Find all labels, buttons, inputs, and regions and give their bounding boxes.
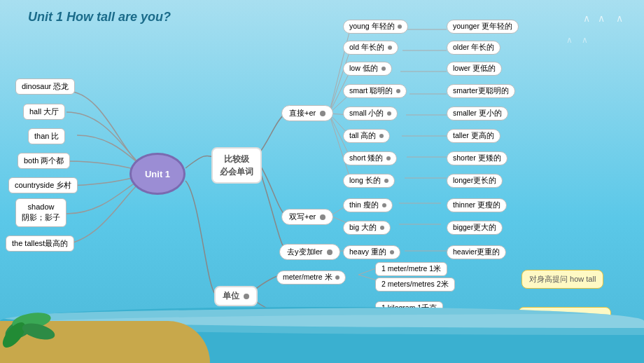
comp-smaller: smaller 更小的 xyxy=(447,107,508,121)
comp-lower: lower 更低的 xyxy=(447,62,502,76)
word-young: young 年轻的 xyxy=(343,20,408,34)
plant-decoration xyxy=(0,272,63,349)
meter-item2: 2 meters/metres 2米 xyxy=(375,278,455,292)
seagulls-decoration: ∧ ∧ ∧ xyxy=(583,13,623,24)
comp-younger: younger 更年轻的 xyxy=(447,20,519,34)
word-old: old 年长的 xyxy=(343,41,398,55)
comp-older: older 年长的 xyxy=(447,41,500,55)
sub2-node: 双写+er xyxy=(281,209,333,225)
left-node-dinosaur: dinosaur 恐龙 xyxy=(15,78,75,95)
comp-taller: taller 更高的 xyxy=(447,129,500,143)
left-node-shadow: shadow阴影；影子 xyxy=(15,198,66,227)
comp-shorter: shorter 更矮的 xyxy=(447,151,507,165)
word-heavy: heavy 重的 xyxy=(343,245,400,259)
word-tall: tall 高的 xyxy=(343,129,390,143)
left-node-tallest: the tallest最高的 xyxy=(6,235,74,252)
center-node: Unit 1 xyxy=(130,153,186,195)
comp-bigger: bigger更大的 xyxy=(447,221,503,235)
word-big: big 大的 xyxy=(343,221,391,235)
word-thin: thin 瘦的 xyxy=(343,198,393,212)
left-node-both: both 两个都 xyxy=(18,153,70,169)
comp-heavier: heavier更重的 xyxy=(447,245,506,259)
left-node-countryside: countryside 乡村 xyxy=(8,177,78,193)
word-low: low 低的 xyxy=(343,62,392,76)
comp-smarter: smarter更聪明的 xyxy=(447,84,515,98)
branch1-node: 比较级必会单词 xyxy=(211,147,262,184)
word-small: small 小的 xyxy=(343,107,398,121)
sub1-node: 直接+er xyxy=(281,105,333,121)
meter-item1: 1 meter/metre 1米 xyxy=(375,262,447,276)
comp-longer: longer更长的 xyxy=(447,174,503,188)
branch2-node: 单位 xyxy=(214,286,258,306)
page-title: Unit 1 How tall are you? xyxy=(28,10,171,25)
word-smart: smart 聪明的 xyxy=(343,84,407,98)
sub3-node: 去y变加ler xyxy=(279,244,340,260)
birds-decoration: ∧ ∧ xyxy=(566,35,588,45)
word-short: short 矮的 xyxy=(343,151,397,165)
unit-meter: meter/metre 米 xyxy=(276,270,346,285)
word-long: long 长的 xyxy=(343,174,395,188)
left-node-than: than 比 xyxy=(28,128,65,144)
left-node-hall: hall 大厅 xyxy=(23,104,65,120)
info-box-tall: 对身高提问 how tall xyxy=(522,270,603,289)
comp-thinner: thinner 更瘦的 xyxy=(447,198,507,212)
